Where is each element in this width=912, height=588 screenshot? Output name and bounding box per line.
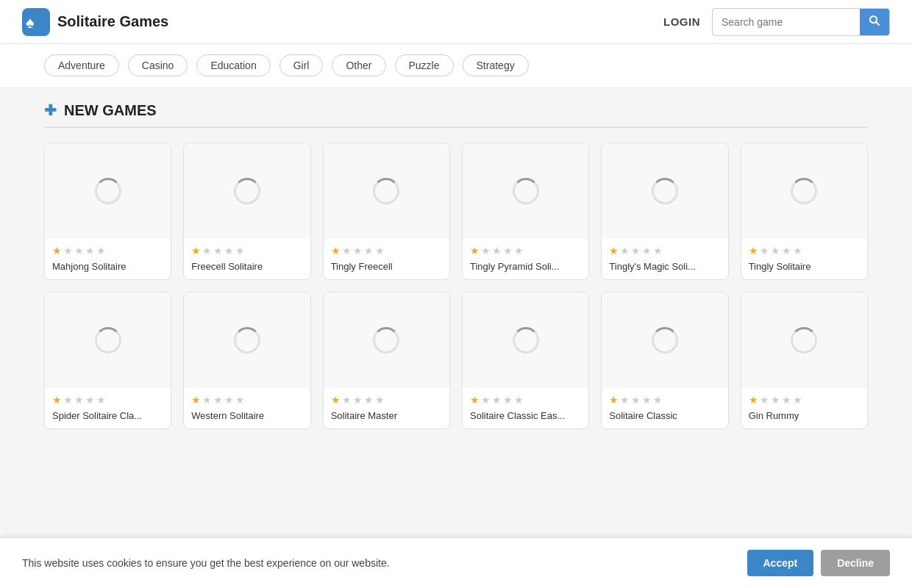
nav-tag-strategy[interactable]: Strategy [463,54,529,76]
star-5: ★ [514,394,524,406]
decline-button[interactable]: Decline [821,550,890,576]
nav-tag-education[interactable]: Education [196,54,270,76]
game-card-freecell[interactable]: ★ ★ ★ ★ ★ Freecell Solitaire [183,143,310,280]
star-rating: ★ ★ ★ ★ ★ [609,394,720,406]
game-card-tingly-magic[interactable]: ★ ★ ★ ★ ★ Tingly's Magic Soli... [601,143,728,280]
search-box [712,8,890,36]
nav-bar: Adventure Casino Education Girl Other Pu… [0,44,912,87]
game-info: ★ ★ ★ ★ ★ Solitaire Classic Eas... [463,388,588,429]
game-card-tingly-freecell[interactable]: ★ ★ ★ ★ ★ Tingly Freecell [323,143,450,280]
star-2: ★ [760,245,769,257]
game-thumb [184,143,310,239]
star-2: ★ [202,245,212,257]
game-thumb [463,143,588,239]
game-card-solitaire-master[interactable]: ★ ★ ★ ★ ★ Solitaire Master [323,292,450,429]
star-1: ★ [470,245,480,257]
star-2: ★ [620,245,630,257]
loading-spinner [234,178,260,204]
star-4: ★ [782,245,791,257]
star-4: ★ [85,394,95,406]
game-card-tingly-pyramid[interactable]: ★ ★ ★ ★ ★ Tingly Pyramid Soli... [462,143,589,280]
star-5: ★ [653,394,663,406]
nav-tag-puzzle[interactable]: Puzzle [395,54,454,76]
game-info: ★ ★ ★ ★ ★ Tingly Freecell [324,239,449,279]
search-button[interactable] [860,9,889,35]
star-rating: ★ ★ ★ ★ ★ [52,394,163,406]
game-name: Solitaire Classic [609,410,720,421]
star-3: ★ [213,394,223,406]
game-thumb [602,143,727,239]
logo-text: Solitaire Games [57,13,168,30]
game-info: ★ ★ ★ ★ ★ Mahjong Solitaire [45,239,171,279]
game-thumb [602,293,727,388]
game-info: ★ ★ ★ ★ ★ Freecell Solitaire [184,239,310,279]
star-rating: ★ ★ ★ ★ ★ [331,394,442,406]
game-card-solitaire-classic-easy[interactable]: ★ ★ ★ ★ ★ Solitaire Classic Eas... [462,292,589,429]
star-2: ★ [342,245,352,257]
loading-spinner [95,327,121,354]
star-1: ★ [749,245,758,257]
search-input[interactable] [713,10,860,34]
star-2: ★ [620,394,630,406]
star-1: ★ [52,394,62,406]
game-info: ★ ★ ★ ★ ★ Spider Solitaire Cla... [45,388,171,429]
star-1: ★ [470,394,480,406]
loading-spinner [373,178,399,204]
star-3: ★ [74,394,84,406]
star-rating: ★ ★ ★ ★ ★ [749,394,860,406]
star-4: ★ [224,245,234,257]
game-card-tingly-solitaire[interactable]: ★ ★ ★ ★ ★ Tingly Solitaire [741,143,868,280]
game-name: Western Solitaire [191,410,302,421]
game-name: Gin Rummy [749,410,860,421]
logo-area[interactable]: ♠ Solitaire Games [22,8,168,36]
login-button[interactable]: LOGIN [663,15,700,28]
game-card-solitaire-classic[interactable]: ★ ★ ★ ★ ★ Solitaire Classic [601,292,728,429]
game-thumb [184,293,310,388]
game-name: Tingly Pyramid Soli... [470,261,581,272]
star-rating: ★ ★ ★ ★ ★ [470,245,581,257]
game-card-gin-rummy[interactable]: ★ ★ ★ ★ ★ Gin Rummy [741,292,868,429]
star-5: ★ [235,394,245,406]
star-5: ★ [235,245,245,257]
nav-tag-other[interactable]: Other [332,54,385,76]
game-thumb [463,293,588,388]
game-card-western[interactable]: ★ ★ ★ ★ ★ Western Solitaire [183,292,310,429]
star-2: ★ [481,394,491,406]
star-3: ★ [74,245,84,257]
accept-button[interactable]: Accept [747,550,814,576]
game-card-mahjong[interactable]: ★ ★ ★ ★ ★ Mahjong Solitaire [44,143,171,280]
nav-tag-casino[interactable]: Casino [128,54,188,76]
loading-spinner [513,178,539,204]
star-3: ★ [631,245,641,257]
star-1: ★ [609,394,619,406]
star-5: ★ [514,245,524,257]
star-rating: ★ ★ ★ ★ ★ [52,245,163,257]
header: ♠ Solitaire Games LOGIN [0,0,912,44]
game-thumb [741,143,867,239]
game-thumb [45,293,171,388]
star-3: ★ [631,394,641,406]
logo-icon: ♠ [22,8,50,36]
star-1: ★ [749,394,758,406]
star-4: ★ [503,394,513,406]
loading-spinner [513,327,539,354]
loading-spinner [652,178,678,204]
cookie-buttons: Accept Decline [747,550,891,576]
star-4: ★ [85,245,95,257]
game-name: Freecell Solitaire [191,261,302,272]
nav-tag-adventure[interactable]: Adventure [44,54,119,76]
game-info: ★ ★ ★ ★ ★ Gin Rummy [741,388,867,429]
star-5: ★ [375,394,385,406]
star-2: ★ [63,394,73,406]
game-card-spider[interactable]: ★ ★ ★ ★ ★ Spider Solitaire Cla... [44,292,171,429]
star-1: ★ [191,394,201,406]
star-5: ★ [793,245,802,257]
loading-spinner [652,327,678,354]
star-1: ★ [191,245,201,257]
svg-text:♠: ♠ [26,13,35,32]
star-2: ★ [342,394,352,406]
nav-tag-girl[interactable]: Girl [279,54,324,76]
star-5: ★ [96,394,106,406]
star-rating: ★ ★ ★ ★ ★ [331,245,442,257]
game-info: ★ ★ ★ ★ ★ Tingly Solitaire [741,239,867,279]
